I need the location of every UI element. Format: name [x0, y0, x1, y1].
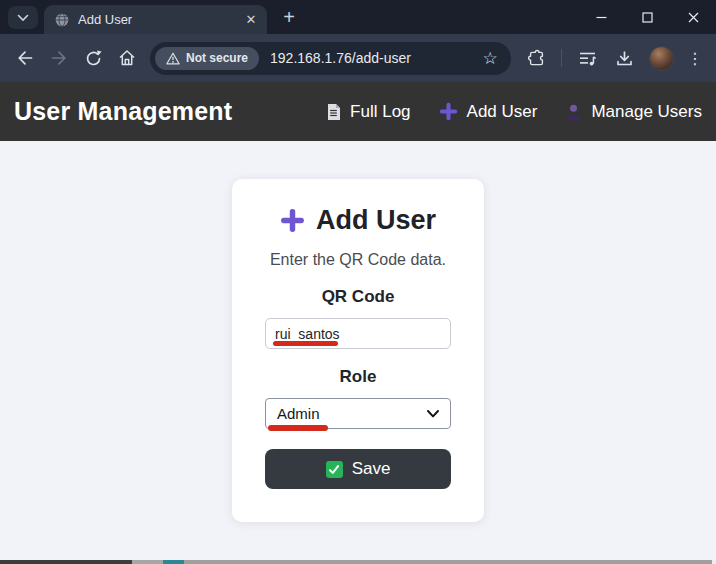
nav-item-full-log[interactable]: Full Log: [326, 102, 410, 122]
address-bar[interactable]: Not secure 192.168.1.76/add-user ☆: [150, 42, 511, 75]
browser-menu-button[interactable]: ⋮: [682, 49, 708, 68]
maximize-icon: [642, 12, 653, 23]
download-icon: [615, 49, 634, 68]
toolbar-divider: [561, 49, 562, 67]
chevron-down-icon: [427, 410, 439, 418]
security-chip-label: Not secure: [186, 51, 248, 65]
warning-triangle-icon: [166, 52, 180, 65]
browser-window: Add User ✕ +: [0, 0, 716, 564]
document-icon: [326, 103, 341, 121]
window-controls: [578, 0, 716, 34]
site-nav: Full Log Add User Manage Users: [326, 102, 702, 122]
home-button[interactable]: [110, 41, 144, 75]
user-icon: [565, 103, 582, 121]
media-controls-icon: [578, 49, 597, 68]
nav-item-manage-users[interactable]: Manage Users: [565, 102, 702, 122]
save-button[interactable]: Save: [265, 449, 451, 489]
media-controls-button[interactable]: [570, 41, 604, 75]
url-text[interactable]: 192.168.1.76/add-user: [270, 50, 477, 66]
add-user-card: Add User Enter the QR Code data. QR Code…: [232, 179, 484, 522]
qr-code-label: QR Code: [322, 287, 395, 307]
bottom-edge-strip: [0, 560, 716, 564]
plus-icon: [439, 102, 458, 121]
downloads-button[interactable]: [607, 41, 641, 75]
nav-item-label: Full Log: [350, 102, 410, 122]
role-field-wrap: Admin: [265, 398, 451, 429]
red-annotation-underline: [268, 425, 328, 431]
close-icon: [688, 12, 699, 23]
security-chip[interactable]: Not secure: [155, 47, 259, 70]
puzzle-icon: [527, 49, 546, 68]
home-icon: [117, 48, 137, 68]
role-selected-value: Admin: [277, 405, 320, 422]
role-label: Role: [340, 367, 377, 387]
browser-tab[interactable]: Add User ✕: [44, 5, 267, 34]
window-close-button[interactable]: [670, 0, 716, 34]
bottom-strip-segment: [0, 560, 132, 564]
bottom-strip-segment: [132, 560, 163, 564]
check-icon: [326, 461, 343, 478]
bottom-strip-segment: [184, 560, 712, 564]
extensions-button[interactable]: [519, 41, 553, 75]
red-annotation-underline: [273, 341, 338, 346]
qr-code-field-wrap: [265, 318, 451, 349]
page-background: Add User Enter the QR Code data. QR Code…: [0, 141, 716, 560]
card-subtitle: Enter the QR Code data.: [270, 251, 446, 269]
globe-favicon-icon: [54, 12, 70, 28]
reload-button[interactable]: [76, 41, 110, 75]
tab-close-icon[interactable]: ✕: [242, 11, 260, 29]
new-tab-button[interactable]: +: [275, 3, 303, 31]
nav-item-add-user[interactable]: Add User: [439, 102, 538, 122]
profile-avatar[interactable]: [649, 46, 674, 71]
toolbar-actions: ⋮: [519, 41, 708, 75]
browser-toolbar: Not secure 192.168.1.76/add-user ☆ ⋮: [0, 34, 716, 82]
forward-button[interactable]: [42, 41, 76, 75]
tab-strip: Add User ✕ +: [0, 0, 716, 34]
bottom-strip-segment: [712, 560, 716, 564]
page-title: User Management: [14, 97, 232, 126]
reload-icon: [84, 49, 103, 68]
save-button-label: Save: [352, 459, 391, 479]
tab-title: Add User: [78, 12, 234, 27]
back-icon: [15, 48, 35, 68]
back-button[interactable]: [8, 41, 42, 75]
nav-item-label: Manage Users: [591, 102, 702, 122]
window-minimize-button[interactable]: [578, 0, 624, 34]
card-title-text: Add User: [316, 205, 436, 236]
bottom-strip-segment: [163, 560, 184, 564]
site-header: User Management Full Log Add User Manage…: [0, 82, 716, 141]
tab-search-button[interactable]: [8, 6, 38, 29]
card-title: Add User: [280, 205, 436, 236]
chevron-down-icon: [17, 14, 29, 22]
nav-item-label: Add User: [467, 102, 538, 122]
plus-icon: [280, 208, 305, 233]
bookmark-star-icon[interactable]: ☆: [477, 48, 503, 69]
window-maximize-button[interactable]: [624, 0, 670, 34]
minimize-icon: [596, 12, 607, 23]
forward-icon: [49, 48, 69, 68]
